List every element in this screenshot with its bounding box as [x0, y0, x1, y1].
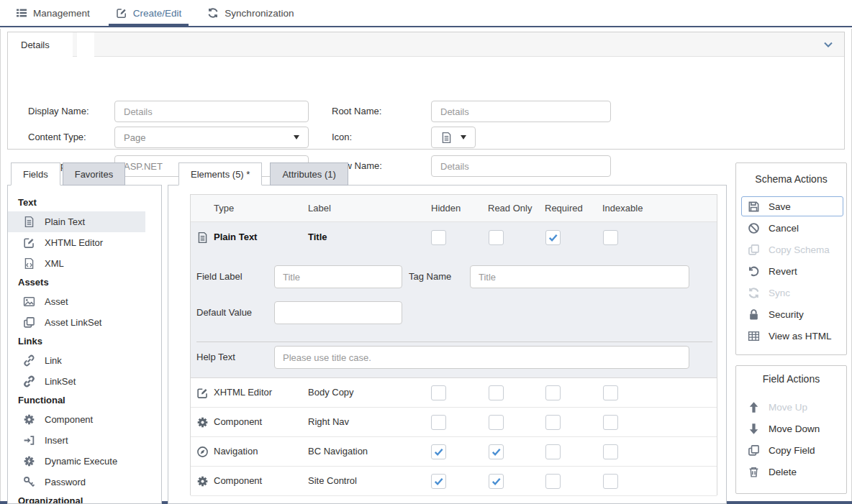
default-value-input[interactable]	[274, 301, 402, 324]
field-label-input[interactable]	[274, 265, 402, 288]
revert-label: Revert	[769, 266, 797, 277]
field-type-link[interactable]: Link	[8, 350, 145, 371]
view-as-html-button[interactable]: View as HTML	[736, 325, 846, 347]
save-button[interactable]: Save	[741, 196, 843, 216]
row-label: BC Navigation	[308, 446, 368, 457]
field-type-xml[interactable]: XML	[8, 253, 145, 274]
field-category-text: Text	[8, 194, 161, 211]
icon-select[interactable]	[431, 127, 476, 148]
icon-label: Icon:	[332, 132, 352, 143]
document-icon	[23, 216, 35, 228]
row-type: Navigation	[214, 446, 258, 457]
checkbox-required[interactable]	[545, 385, 561, 400]
nav-tab-synchronization[interactable]: Synchronization	[200, 0, 301, 26]
view-name-input[interactable]	[431, 155, 611, 177]
field-type-dynamic-execute[interactable]: Dynamic Execute	[8, 451, 145, 472]
column-header-label: Label	[308, 203, 331, 214]
elements-table: TypeLabelHiddenRead OnlyRequiredIndexabl…	[190, 194, 717, 495]
copy-schema-label: Copy Schema	[769, 244, 830, 255]
top-nav: ManagementCreate/EditSynchronization	[0, 0, 852, 27]
details-panel: Details Display Name:Root Name:Content T…	[7, 32, 845, 150]
field-type-password[interactable]: Password	[8, 472, 145, 492]
elements-tabs: Elements (5) *Attributes (1)	[178, 162, 348, 185]
details-panel-header: Details	[8, 32, 844, 57]
root-name-input[interactable]	[431, 101, 611, 122]
row-type: Plain Text	[214, 232, 257, 243]
checkbox-required[interactable]	[545, 230, 561, 245]
table-row[interactable]: NavigationBC Navigation	[191, 437, 717, 467]
field-type-linkset[interactable]: LinkSet	[8, 371, 145, 392]
linkset-icon	[23, 375, 35, 388]
checkbox-hidden[interactable]	[431, 474, 446, 489]
tag-name-input[interactable]	[470, 265, 689, 288]
move-down-label: Move Down	[769, 423, 820, 434]
tag-name-label: Tag Name	[409, 271, 451, 283]
field-type-asset[interactable]: Asset	[8, 291, 145, 312]
chevron-down-icon[interactable]	[822, 39, 834, 50]
display-name-input[interactable]	[114, 101, 309, 122]
schema-actions-panel: Schema Actions SaveCancelCopy SchemaReve…	[735, 162, 847, 355]
checkbox-indexable[interactable]	[603, 415, 618, 430]
tab-label: Elements (5) *	[191, 169, 250, 180]
field-category-functional: Functional	[8, 392, 161, 409]
save-label: Save	[769, 201, 791, 212]
cancel-button[interactable]: Cancel	[736, 217, 846, 239]
sidebar-tab-label: Favorites	[75, 169, 113, 180]
field-type-insert[interactable]: Insert	[8, 430, 145, 451]
field-type-xhtml-editor[interactable]: XHTML Editor	[8, 232, 145, 253]
copy-field-button[interactable]: Copy Field	[736, 439, 846, 461]
column-header-indexable: Indexable	[602, 203, 643, 214]
field-type-asset-linkset[interactable]: Asset LinkSet	[8, 312, 145, 333]
gear-icon	[23, 413, 35, 426]
field-type-label: Asset	[45, 296, 68, 307]
checkbox-read-only[interactable]	[489, 415, 504, 430]
checkbox-hidden[interactable]	[431, 385, 446, 400]
delete-button[interactable]: Delete	[736, 461, 846, 482]
editor-divider	[196, 342, 712, 342]
table-row[interactable]: XHTML EditorBody Copy	[191, 378, 717, 408]
security-button[interactable]: Security	[736, 303, 846, 325]
details-tab[interactable]: Details	[8, 32, 73, 57]
checkbox-indexable[interactable]	[603, 230, 618, 245]
table-row[interactable]: ComponentRight Nav	[191, 408, 717, 437]
checkbox-read-only[interactable]	[489, 444, 504, 459]
move-down-button[interactable]: Move Down	[736, 418, 846, 439]
caret-down-icon	[461, 135, 466, 139]
table-row[interactable]: ComponentSite Control	[191, 467, 717, 496]
checkbox-hidden[interactable]	[431, 230, 446, 245]
row-label: Site Control	[308, 475, 357, 487]
checkbox-hidden[interactable]	[431, 415, 446, 430]
document-icon	[196, 232, 209, 244]
sidebar-tab-fields[interactable]: Fields	[11, 162, 60, 185]
cancel-label: Cancel	[769, 223, 799, 234]
checkbox-indexable[interactable]	[603, 444, 618, 459]
schema-actions-list: SaveCancelCopy SchemaRevertSyncSecurityV…	[736, 196, 846, 347]
fields-sidebar: TextPlain TextXHTML EditorXMLAssetsAsset…	[7, 185, 162, 504]
field-type-plain-text[interactable]: Plain Text	[8, 211, 145, 232]
checkbox-required[interactable]	[545, 444, 561, 459]
table-row[interactable]: Plain TextTitle	[191, 222, 717, 252]
checkbox-required[interactable]	[545, 415, 561, 430]
checkbox-required[interactable]	[545, 474, 561, 489]
checkbox-read-only[interactable]	[489, 230, 504, 245]
sidebar-tabs: FieldsFavorites	[11, 162, 125, 185]
sidebar-tab-favorites[interactable]: Favorites	[63, 162, 125, 185]
nav-tab-create-edit[interactable]: Create/Edit	[109, 0, 189, 26]
help-text-input[interactable]	[274, 346, 689, 369]
checkbox-read-only[interactable]	[489, 474, 504, 489]
list-icon	[16, 7, 27, 19]
tab-attributes-1[interactable]: Attributes (1)	[270, 162, 348, 185]
checkbox-read-only[interactable]	[489, 385, 504, 400]
field-type-label: Link	[45, 355, 62, 366]
field-type-component[interactable]: Component	[8, 409, 145, 430]
nav-tab-management[interactable]: Management	[9, 0, 97, 26]
checkbox-indexable[interactable]	[603, 474, 618, 489]
gear-icon	[196, 416, 209, 429]
checkbox-hidden[interactable]	[431, 444, 446, 459]
tab-elements-5[interactable]: Elements (5) *	[178, 162, 262, 185]
field-type-label: Dynamic Execute	[45, 456, 117, 467]
revert-button[interactable]: Revert	[736, 260, 846, 282]
cancel-icon	[748, 222, 760, 234]
content-type-select[interactable]: Page	[114, 127, 309, 148]
checkbox-indexable[interactable]	[603, 385, 618, 400]
